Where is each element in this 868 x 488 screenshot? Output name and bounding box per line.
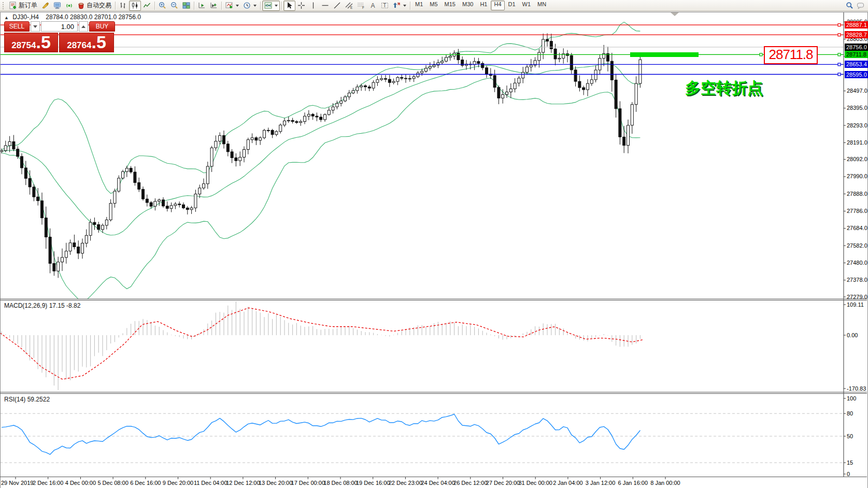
price-line-label-28756.0[interactable]: 28756.0 <box>845 44 868 51</box>
main-toolbar: 新订单 自动交易 <box>0 0 868 11</box>
timeframe-button-group: M1M5M15M30H1H4D1W1MN <box>412 1 549 10</box>
macd-rsi-splitter[interactable] <box>0 392 867 394</box>
time-axis-label: 27 Dec 20:00 <box>486 480 520 486</box>
symbol-period-label: DJ30-,H4 <box>12 13 39 21</box>
svg-text:E: E <box>350 6 353 9</box>
toolbar-drag-handle[interactable] <box>3 2 6 9</box>
main-macd-splitter[interactable] <box>0 298 867 301</box>
time-axis-label: 12 Dec 12:00 <box>226 480 260 486</box>
price-tick-label: 27888.0 <box>847 191 867 197</box>
trendline-tool-button[interactable] <box>331 1 343 11</box>
timeframe-button-M5[interactable]: M5 <box>426 1 440 10</box>
timeframe-button-W1[interactable]: W1 <box>519 1 534 10</box>
time-axis-label: 2 Dec 16:00 <box>33 480 63 486</box>
volume-decrease-button[interactable] <box>31 21 40 32</box>
turning-point-annotation[interactable]: 多空转折点 <box>685 78 763 99</box>
new-order-icon <box>9 2 17 9</box>
time-axis-label: 9 Dec 20:00 <box>163 480 193 486</box>
timeframe-button-M1[interactable]: M1 <box>412 1 426 10</box>
time-axis-label: 31 Dec 00:00 <box>518 480 552 486</box>
autotrading-button[interactable]: 自动交易 <box>75 1 113 11</box>
timeframe-button-M15[interactable]: M15 <box>442 1 459 10</box>
zoom-in-button[interactable] <box>156 1 168 11</box>
new-chart-icon <box>225 2 233 9</box>
line-chart-mode-button[interactable] <box>141 1 153 11</box>
time-axis-label: 17 Dec 00:00 <box>291 480 325 486</box>
price-tick-label: 27378.0 <box>847 277 867 283</box>
sell-button[interactable]: SELL <box>4 21 30 32</box>
zoom-out-icon <box>170 2 178 9</box>
buy-price-display[interactable]: 28764.5 <box>59 33 114 52</box>
price-tick-label: 27582.0 <box>847 242 867 249</box>
svg-text:A: A <box>371 2 375 9</box>
styles-brush-button[interactable] <box>39 1 51 11</box>
cursor-icon <box>286 2 293 9</box>
timeframe-button-H1[interactable]: H1 <box>477 1 490 10</box>
time-axis-label: 18 Dec 08:00 <box>323 480 357 486</box>
chart-header: DJ30-,H4 28784.0 28830.0 28701.0 28756.0 <box>4 13 141 21</box>
price-line-label-28653.4[interactable]: 28653.4 <box>845 61 868 68</box>
triangle-up-icon <box>81 25 86 28</box>
candlestick-mode-button[interactable] <box>129 1 141 11</box>
price-tick-label: 28497.0 <box>847 88 867 94</box>
vertical-line-tool-button[interactable] <box>307 1 319 11</box>
buy-button[interactable]: BUY <box>89 21 115 32</box>
trading-terminal-window: 新订单 自动交易 <box>0 0 868 488</box>
text-tool-button[interactable]: A <box>367 1 379 11</box>
label-tool-icon: T <box>381 2 389 9</box>
rsi-scale-label: 100 <box>847 395 856 402</box>
time-axis-label: 4 Dec 00:00 <box>65 480 96 486</box>
time-axis-label: 13 Dec 20:00 <box>259 480 292 486</box>
toolbar-separator <box>260 2 261 10</box>
price-line-label-28828.7[interactable]: 28828.7 <box>845 31 868 38</box>
indicators-dropdown[interactable] <box>262 1 280 11</box>
svg-text:F: F <box>362 6 364 9</box>
zoom-out-button[interactable] <box>168 1 180 11</box>
price-line-label-28887.1[interactable]: 28887.1 <box>845 21 868 28</box>
periods-dropdown[interactable] <box>241 1 259 11</box>
autotrading-icon <box>77 2 85 9</box>
horizontal-line-tool-button[interactable] <box>319 1 331 11</box>
new-order-label: 新订单 <box>19 1 37 10</box>
timeframe-button-M30[interactable]: M30 <box>459 1 476 10</box>
volume-input[interactable]: 1.00 <box>41 21 78 32</box>
fibonacci-tool-button[interactable]: F <box>355 1 367 11</box>
equidistant-channel-icon: E <box>345 2 353 9</box>
one-click-trading-panel: SELL 1.00 BUY 28754.5 28764.5 <box>4 21 115 52</box>
timeframe-button-MN[interactable]: MN <box>534 1 549 10</box>
new-order-button[interactable]: 新订单 <box>7 1 39 11</box>
price-tick-label: 28395.0 <box>847 105 867 111</box>
timeframe-button-H4[interactable]: H4 <box>491 1 504 10</box>
volume-increase-button[interactable] <box>79 21 88 32</box>
channel-tool-button[interactable]: E <box>343 1 355 11</box>
tile-windows-icon <box>182 2 190 9</box>
rsi-scale-label: 80 <box>847 410 853 417</box>
chat-icon[interactable] <box>857 2 864 9</box>
time-axis-label: 11 Dec 04:00 <box>194 480 227 486</box>
chart-autoscroll-button[interactable] <box>196 1 208 11</box>
toolbar-separator <box>410 2 410 10</box>
chevron-down-icon <box>403 5 406 7</box>
search-icon[interactable] <box>846 2 853 9</box>
price-line-label-28595.0[interactable]: 28595.0 <box>845 71 868 78</box>
triangle-down-icon <box>33 25 37 28</box>
price-callout-box[interactable]: 28711.8 <box>764 46 818 64</box>
tile-windows-button[interactable] <box>180 1 192 11</box>
collapse-ohlc-icon[interactable] <box>4 15 9 20</box>
bar-chart-mode-button[interactable] <box>117 1 129 11</box>
new-chart-dropdown[interactable] <box>223 1 241 11</box>
brush-icon <box>41 2 49 9</box>
chart-shift-button[interactable] <box>208 1 220 11</box>
arrows-icon <box>393 2 401 9</box>
arrows-dropdown[interactable] <box>391 1 408 11</box>
crosshair-tool-button[interactable] <box>295 1 307 11</box>
signals-button[interactable] <box>63 1 75 11</box>
timeframe-button-D1[interactable]: D1 <box>505 1 519 10</box>
terminal-button[interactable] <box>51 1 63 11</box>
sell-price-display[interactable]: 28754.5 <box>4 33 58 52</box>
label-tool-button[interactable]: T <box>379 1 391 11</box>
price-line-label-28711.8[interactable]: 28711.8 <box>845 51 868 58</box>
cursor-tool-button[interactable] <box>283 1 295 11</box>
rsi-scale-label: 0 <box>847 471 850 478</box>
price-tick-label: 27480.0 <box>847 260 867 266</box>
